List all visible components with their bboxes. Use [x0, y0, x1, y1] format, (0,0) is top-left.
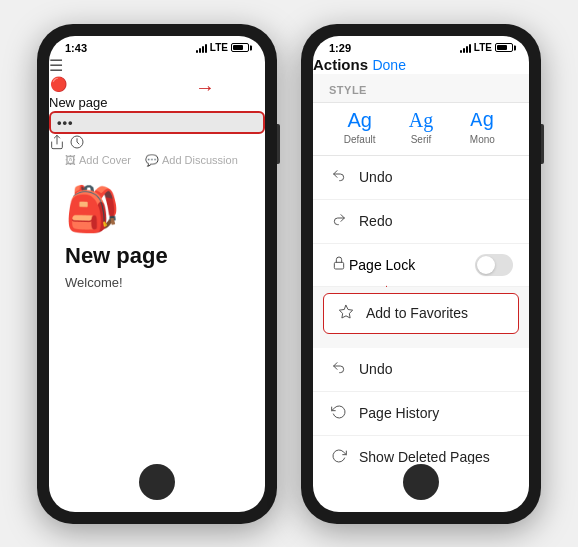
actions-title: Actions: [313, 56, 368, 73]
page-lock-label: Page Lock: [349, 257, 475, 273]
image-icon: 🖼: [65, 154, 76, 166]
power-button: [277, 124, 280, 164]
share-icon[interactable]: [49, 137, 69, 153]
sub-actions: 🖼 Add Cover 💬 Add Discussion: [49, 154, 265, 175]
restore-icon: [329, 448, 349, 464]
style-name-serif: Serif: [411, 134, 432, 145]
battery-icon: [231, 43, 249, 52]
actions-panel: STYLE Ag Default Ag Serif Ag Mono: [313, 74, 529, 464]
comment-icon: 💬: [145, 154, 159, 167]
show-deleted-label: Show Deleted Pages: [359, 449, 513, 464]
lock-icon: [329, 255, 349, 274]
more-options-button[interactable]: •••: [49, 111, 265, 134]
style-default[interactable]: Ag Default: [329, 109, 390, 145]
done-button[interactable]: Done: [372, 57, 405, 73]
redo-icon: [329, 212, 349, 231]
history-icon: [329, 404, 349, 423]
style-section-label: STYLE: [313, 74, 529, 102]
right-phone: 1:29 LTE Actions Done S: [301, 24, 541, 524]
style-letter-mono: Ag: [470, 109, 494, 132]
battery-icon-right: [495, 43, 513, 52]
style-letter-serif: Ag: [409, 109, 433, 132]
star-icon: [336, 304, 356, 323]
undo-icon: [329, 168, 349, 187]
red-arrow-right: →: [195, 76, 215, 99]
left-phone: 1:43 LTE ☰ 🔴 New page •••: [37, 24, 277, 524]
redo-label: Redo: [359, 213, 513, 229]
status-right-right: LTE: [460, 42, 513, 53]
style-letter-default: Ag: [347, 109, 371, 132]
status-right-left: LTE: [196, 42, 249, 53]
style-name-mono: Mono: [470, 134, 495, 145]
undo-button[interactable]: Undo: [313, 156, 529, 200]
page-heading: New page: [65, 243, 249, 269]
time-left: 1:43: [65, 42, 87, 54]
page-lock-toggle[interactable]: [475, 254, 513, 276]
add-cover-button[interactable]: 🖼 Add Cover: [65, 154, 131, 167]
home-indicator-right: [403, 464, 439, 500]
page-emoji: 🎒: [65, 183, 249, 235]
add-to-favorites-label: Add to Favorites: [366, 305, 506, 321]
lte-label: LTE: [210, 42, 228, 53]
page-content: 🎒 New page Welcome!: [49, 175, 265, 464]
status-bar-right: 1:29 LTE: [313, 36, 529, 56]
style-mono[interactable]: Ag Mono: [452, 109, 513, 145]
redo-button[interactable]: Redo: [313, 200, 529, 244]
add-discussion-button[interactable]: 💬 Add Discussion: [145, 154, 238, 167]
page-body: Welcome!: [65, 275, 249, 290]
show-deleted-pages-button[interactable]: Show Deleted Pages: [313, 436, 529, 464]
page-lock-row[interactable]: Page Lock ↓: [313, 244, 529, 287]
power-button-right: [541, 124, 544, 164]
undo2-button[interactable]: Undo: [313, 348, 529, 392]
undo-label: Undo: [359, 169, 513, 185]
signal-icon: [196, 43, 207, 53]
page-history-label: Page History: [359, 405, 513, 421]
style-serif[interactable]: Ag Serif: [390, 109, 451, 145]
clock-icon[interactable]: [69, 137, 85, 153]
undo2-label: Undo: [359, 361, 513, 377]
style-row: Ag Default Ag Serif Ag Mono: [313, 102, 529, 156]
signal-icon-right: [460, 43, 471, 53]
style-name-default: Default: [344, 134, 376, 145]
page-icon: 🔴: [49, 75, 67, 93]
time-right: 1:29: [329, 42, 351, 54]
svg-rect-1: [334, 262, 343, 269]
nav-bar-left: ☰ 🔴 New page •••: [49, 56, 265, 154]
lte-label-right: LTE: [474, 42, 492, 53]
page-title-nav: New page: [49, 95, 108, 110]
status-bar-left: 1:43 LTE: [49, 36, 265, 56]
home-indicator: [139, 464, 175, 500]
add-to-favorites-button[interactable]: Add to Favorites: [323, 293, 519, 334]
page-history-button[interactable]: Page History: [313, 392, 529, 436]
hamburger-icon[interactable]: ☰: [49, 57, 63, 74]
svg-marker-2: [339, 305, 352, 318]
nav-bar-right: Actions Done: [313, 56, 529, 74]
undo2-icon: [329, 360, 349, 379]
